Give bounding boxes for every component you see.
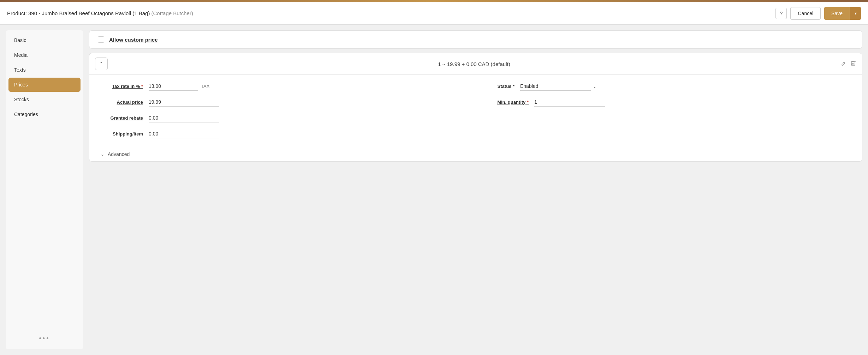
tax-rate-input[interactable] <box>149 82 198 91</box>
form-grid: Tax rate in % * TAX Status * <box>101 82 851 138</box>
tax-rate-row: Tax rate in % * TAX <box>101 82 465 91</box>
granted-rebate-row: Granted rebate <box>101 114 465 122</box>
tax-suffix: TAX <box>201 84 209 89</box>
product-subtitle: (Cottage Butcher) <box>151 10 193 16</box>
content-area: Allow custom price ⌃ 1 ~ 19.99 + 0.00 CA… <box>89 30 862 349</box>
price-range-title: 1 ~ 19.99 + 0.00 CAD (default) <box>108 61 840 67</box>
allow-custom-price-checkbox[interactable] <box>98 36 104 43</box>
granted-rebate-input[interactable] <box>149 114 219 122</box>
page-title: Product: 390 - Jumbo Braised Beef Octago… <box>7 10 193 16</box>
sidebar-item-media[interactable]: Media <box>8 48 81 62</box>
tax-rate-label: Tax rate in % * <box>101 84 143 89</box>
actual-price-row: Actual price <box>101 98 465 107</box>
allow-custom-price-card: Allow custom price <box>89 30 862 49</box>
save-dropdown-button[interactable]: ▾ <box>850 7 861 20</box>
main-layout: Basic Media Texts Prices Stocks Categori… <box>0 25 868 355</box>
min-quantity-input[interactable] <box>534 98 605 107</box>
move-icon[interactable]: ⇗ <box>840 60 846 68</box>
actual-price-label: Actual price <box>101 100 143 105</box>
sidebar-item-categories[interactable]: Categories <box>8 107 81 121</box>
granted-rebate-input-group <box>149 114 465 122</box>
actual-price-input-group <box>149 98 465 107</box>
shipping-item-label: Shipping/item <box>101 131 143 137</box>
header: Product: 390 - Jumbo Braised Beef Octago… <box>0 2 868 25</box>
sidebar-item-basic[interactable]: Basic <box>8 33 81 47</box>
granted-rebate-label: Granted rebate <box>101 115 143 121</box>
cancel-button[interactable]: Cancel <box>790 7 821 20</box>
shipping-item-input[interactable] <box>149 130 219 138</box>
status-row: Status * Enabled Disabled ⌄ <box>486 82 851 91</box>
advanced-label: Advanced <box>108 151 130 157</box>
shipping-item-input-group <box>149 130 465 138</box>
min-quantity-input-group <box>534 98 851 107</box>
sidebar-item-texts[interactable]: Texts <box>8 63 81 77</box>
save-group: Save ▾ <box>824 7 861 20</box>
tax-rate-input-group: TAX <box>149 82 465 91</box>
actual-price-input[interactable] <box>149 98 219 107</box>
shipping-item-row: Shipping/item <box>101 130 465 138</box>
price-form: Tax rate in % * TAX Status * <box>89 75 862 147</box>
delete-icon[interactable] <box>850 60 856 68</box>
min-quantity-row: Min. quantity * <box>486 98 851 107</box>
status-select-wrapper: Enabled Disabled ⌄ <box>520 82 851 91</box>
header-actions: ? Cancel Save ▾ <box>775 7 861 20</box>
sidebar-item-prices[interactable]: Prices <box>8 78 81 92</box>
price-card-actions: ⇗ <box>840 60 856 68</box>
sidebar-item-stocks[interactable]: Stocks <box>8 92 81 107</box>
product-name: Product: 390 - Jumbo Braised Beef Octago… <box>7 10 150 16</box>
save-button[interactable]: Save <box>824 7 850 20</box>
price-card-header: ⌃ 1 ~ 19.99 + 0.00 CAD (default) ⇗ <box>89 53 862 75</box>
status-select-arrow-icon: ⌄ <box>593 84 596 89</box>
empty-cell <box>486 114 851 122</box>
allow-custom-price-label[interactable]: Allow custom price <box>109 37 158 43</box>
sidebar-more[interactable]: ••• <box>8 331 81 347</box>
chevron-down-icon: ▾ <box>855 11 857 16</box>
help-button[interactable]: ? <box>775 8 787 19</box>
status-select[interactable]: Enabled Disabled <box>520 82 591 91</box>
sidebar: Basic Media Texts Prices Stocks Categori… <box>6 30 83 349</box>
advanced-section[interactable]: ⌄ Advanced <box>89 147 862 161</box>
status-label: Status * <box>486 84 515 89</box>
collapse-button[interactable]: ⌃ <box>95 58 108 70</box>
chevron-down-icon: ⌄ <box>101 152 104 157</box>
min-quantity-label: Min. quantity * <box>486 100 529 105</box>
price-section-card: ⌃ 1 ~ 19.99 + 0.00 CAD (default) ⇗ <box>89 53 862 162</box>
chevron-up-icon: ⌃ <box>99 61 103 67</box>
